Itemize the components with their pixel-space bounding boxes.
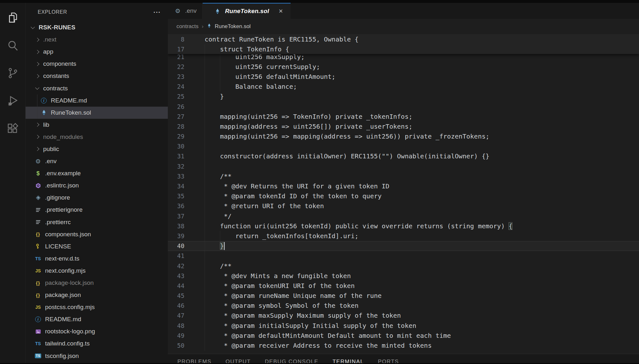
editor-tab-env[interactable]: ⚙.env bbox=[168, 3, 203, 19]
code-line-38[interactable]: 38 function uri(uint256 tokenId) public … bbox=[168, 221, 639, 231]
solidity-icon bbox=[207, 23, 213, 28]
code-line-22[interactable]: 22 uint256 currentSupply; bbox=[168, 62, 639, 72]
activity-bar bbox=[0, 3, 26, 364]
tree-item-contracts[interactable]: contracts bbox=[26, 82, 168, 94]
code-line-8[interactable]: 8contract RuneToken is ERC1155, Ownable … bbox=[168, 34, 639, 44]
tree-item-next-env-d-ts[interactable]: TSnext-env.d.ts bbox=[26, 253, 168, 265]
code-line-48[interactable]: 48 * @param initialSupply Initial supply… bbox=[168, 321, 639, 330]
code-line-31[interactable]: 31 constructor(address initialOwner) ERC… bbox=[168, 151, 639, 161]
activity-run-and-debug-button[interactable] bbox=[0, 87, 26, 115]
line-number: 41 bbox=[168, 252, 184, 259]
tree-item-lib[interactable]: lib bbox=[26, 119, 168, 131]
tree-item-env[interactable]: ⚙.env bbox=[26, 155, 168, 167]
tab-label: RuneToken.sol bbox=[225, 8, 269, 15]
window-top-strip bbox=[0, 0, 639, 3]
tree-item-package-json[interactable]: {}package.json bbox=[26, 289, 168, 301]
tree-item-tailwind-config-ts[interactable]: TStailwind.config.ts bbox=[26, 337, 168, 350]
code-line-32[interactable]: 32 bbox=[168, 161, 639, 171]
tree-item-eslintrc-json[interactable]: .eslintrc.json bbox=[26, 179, 168, 192]
code-line-17[interactable]: 17 struct TokenInfo { bbox=[168, 44, 639, 54]
indent-guide bbox=[205, 330, 205, 340]
tree-item-license[interactable]: LICENSE bbox=[26, 240, 168, 253]
code-line-49[interactable]: 49 * @param defaultMintAmount Default am… bbox=[168, 330, 639, 340]
tree-item-env-example[interactable]: $.env.example bbox=[26, 167, 168, 179]
code-line-46[interactable]: 46 * @param symbol Symbol of the token bbox=[168, 301, 639, 311]
code-line-25[interactable]: 25 } bbox=[168, 92, 639, 102]
breadcrumb-item-runetoken-sol[interactable]: RuneToken.sol bbox=[207, 23, 251, 30]
tree-item-constants[interactable]: constants bbox=[26, 70, 168, 82]
tree-item-runetoken-sol[interactable]: RuneToken.sol bbox=[26, 107, 168, 119]
indent-guide bbox=[205, 102, 205, 111]
code-line-47[interactable]: 47 * @param maxSupply Maximum supply of … bbox=[168, 311, 639, 321]
code-line-44[interactable]: 44 * @param tokenURI URI of the token bbox=[168, 281, 639, 291]
code-line-42[interactable]: 42 /** bbox=[168, 261, 639, 271]
indent-guide bbox=[220, 82, 220, 92]
line-number: 37 bbox=[168, 213, 184, 220]
editor-viewport[interactable]: 21 uint256 maxSupply;22 uint256 currentS… bbox=[168, 34, 639, 354]
tree-item-rootstock-logo-png[interactable]: rootstock-logo.png bbox=[26, 325, 168, 337]
tree-item-app[interactable]: app bbox=[26, 46, 168, 58]
tree-item-readme-md[interactable]: iREADME.md bbox=[26, 313, 168, 325]
more-actions-icon[interactable]: ··· bbox=[153, 9, 161, 16]
code-line-45[interactable]: 45 * @param runeName Unique name of the … bbox=[168, 291, 639, 301]
code-line-39[interactable]: 39 return _tokenInfos[tokenId].uri; bbox=[168, 231, 639, 241]
code-line-37[interactable]: 37 */ bbox=[168, 211, 639, 221]
indent-guide bbox=[205, 251, 205, 261]
ts-badge-icon: TS bbox=[34, 353, 42, 360]
indent-guide bbox=[205, 231, 205, 241]
code-line-43[interactable]: 43 * @dev Mints a new fungible token bbox=[168, 271, 639, 281]
tree-item-postcss-config-mjs[interactable]: JSpostcss.config.mjs bbox=[26, 301, 168, 313]
tree-item-gitignore[interactable]: .gitignore bbox=[26, 192, 168, 204]
solidity-icon bbox=[214, 8, 222, 15]
code-line-40[interactable]: 40 } bbox=[168, 241, 639, 251]
line-number: 45 bbox=[168, 292, 184, 299]
chevron-right-icon bbox=[35, 147, 39, 151]
tree-item-readme-md[interactable]: iREADME.md bbox=[26, 95, 168, 107]
tree-item-public[interactable]: public bbox=[26, 143, 168, 155]
code-line-30[interactable]: 30 bbox=[168, 141, 639, 151]
activity-source-control-button[interactable] bbox=[0, 60, 26, 87]
indent-guide bbox=[205, 72, 205, 81]
line-number: 29 bbox=[168, 133, 184, 140]
tree-item-next-config-mjs[interactable]: JSnext.config.mjs bbox=[26, 265, 168, 277]
matched-bracket: } bbox=[220, 242, 224, 250]
code-line-23[interactable]: 23 uint256 defaultMintAmount; bbox=[168, 72, 639, 81]
info-icon: i bbox=[40, 97, 48, 104]
tree-item-components-json[interactable]: {}components.json bbox=[26, 228, 168, 240]
indent-guide bbox=[205, 211, 205, 221]
code-line-33[interactable]: 33 /** bbox=[168, 171, 639, 181]
line-number: 43 bbox=[168, 272, 184, 279]
code-line-50[interactable]: 50 * @param receiver Address to receive … bbox=[168, 340, 639, 350]
tab-bar: ⚙.envRuneToken.sol× bbox=[168, 3, 639, 19]
activity-explorer-button[interactable] bbox=[0, 4, 26, 32]
tree-item-node-modules[interactable]: node_modules bbox=[26, 131, 168, 143]
tree-root-rsk-runes[interactable]: RSK-RUNES bbox=[26, 21, 168, 34]
code-line-26[interactable]: 26 bbox=[168, 102, 639, 111]
tree-item-next[interactable]: .next bbox=[26, 34, 168, 46]
activity-search-button[interactable] bbox=[0, 32, 26, 60]
breadcrumb-item-contracts[interactable]: contracts bbox=[176, 23, 199, 30]
chevron-right-icon bbox=[35, 135, 39, 139]
tree-item-components[interactable]: components bbox=[26, 58, 168, 70]
code-line-27[interactable]: 27 mapping(uint256 => TokenInfo) private… bbox=[168, 111, 639, 121]
indent-guide bbox=[205, 191, 205, 201]
code-line-24[interactable]: 24 Balance balance; bbox=[168, 82, 639, 92]
close-icon[interactable]: × bbox=[277, 8, 284, 15]
tree-item-prettierrc[interactable]: .prettierrc bbox=[26, 216, 168, 228]
code-line-34[interactable]: 34 * @dev Returns the URI for a given to… bbox=[168, 181, 639, 191]
tree-item-package-lock-json[interactable]: {}package-lock.json bbox=[26, 277, 168, 289]
code-line-29[interactable]: 29 mapping(uint256 => mapping(address =>… bbox=[168, 132, 639, 141]
tree-item-prettierignore[interactable]: .prettierignore bbox=[26, 204, 168, 216]
indent-guide bbox=[205, 181, 205, 191]
indent-guide bbox=[205, 291, 205, 301]
activity-extensions-button[interactable] bbox=[0, 115, 26, 143]
vscode-window: EXPLORER ··· RSK-RUNES.nextappcomponents… bbox=[0, 0, 639, 364]
code-line-28[interactable]: 28 mapping(address => uint256[]) private… bbox=[168, 121, 639, 131]
tree-item-tsconfig-json[interactable]: TStsconfig.json bbox=[26, 350, 168, 362]
editor-tab-runetoken-sol[interactable]: RuneToken.sol× bbox=[203, 3, 291, 19]
code-line-35[interactable]: 35 * @param tokenId ID of the token to q… bbox=[168, 191, 639, 201]
code-line-36[interactable]: 36 * @return URI of the token bbox=[168, 201, 639, 211]
prettier-icon bbox=[34, 206, 42, 213]
code-line-41[interactable]: 41 bbox=[168, 251, 639, 261]
line-number: 27 bbox=[168, 113, 184, 120]
